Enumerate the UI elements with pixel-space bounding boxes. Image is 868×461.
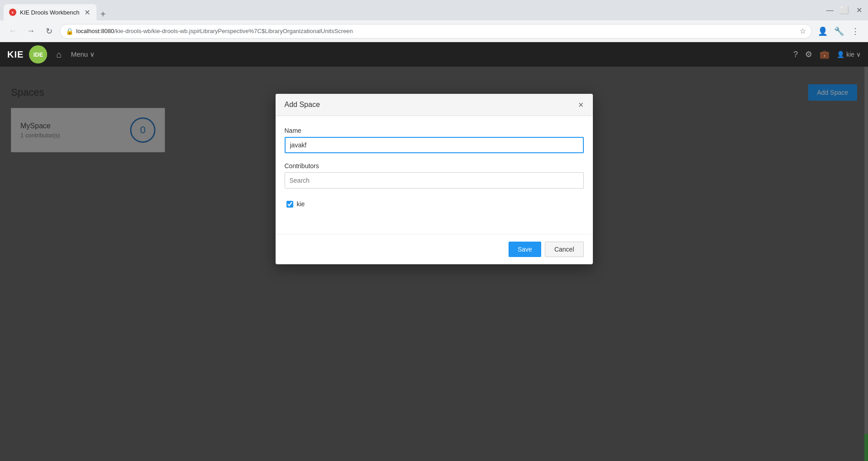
modal-header: Add Space × xyxy=(276,94,593,116)
contributors-list: kie xyxy=(285,194,584,214)
secure-icon: 🔒 xyxy=(66,28,73,35)
app-navbar: KIE IDE ⌂ Menu ∨ ? ⚙ 💼 👤 kie ∨ xyxy=(0,42,868,67)
briefcase-icon[interactable]: 💼 xyxy=(820,49,829,59)
minimize-button[interactable]: — xyxy=(824,5,835,16)
name-label: Name xyxy=(285,127,584,134)
modal-footer: Save Cancel xyxy=(276,234,593,264)
maximize-button[interactable]: ⬜ xyxy=(839,5,850,16)
modal-close-button[interactable]: × xyxy=(578,100,584,109)
modal-body: Name Contributors kie xyxy=(276,116,593,234)
modal-overlay: Add Space × Name Contributors xyxy=(0,67,868,461)
menu-button[interactable]: Menu ∨ xyxy=(71,50,95,58)
settings-icon[interactable]: ⚙ xyxy=(805,49,812,59)
contributor-name-kie: kie xyxy=(297,200,305,208)
window-controls: — ⬜ ✕ xyxy=(824,5,864,16)
ide-badge: IDE xyxy=(29,45,47,63)
toolbar-actions: 👤 🔧 ⋮ xyxy=(815,24,863,39)
contributor-item: kie xyxy=(285,198,584,210)
tab-title: KIE Drools Workbench xyxy=(20,9,79,16)
navbar-right: ? ⚙ 💼 👤 kie ∨ xyxy=(793,49,861,59)
url-path: /kie-drools-wb/kie-drools-wb.jsp#Library… xyxy=(114,28,353,34)
contributor-checkbox-kie[interactable] xyxy=(286,201,293,208)
back-button[interactable]: ← xyxy=(5,24,20,39)
tab-bar: k KIE Drools Workbench ✕ + xyxy=(4,0,823,20)
close-window-button[interactable]: ✕ xyxy=(853,5,864,16)
browser-toolbar: ← → ↻ 🔒 localhost:8080/kie-drools-wb/kie… xyxy=(0,20,868,42)
profile-icon[interactable]: 👤 xyxy=(815,24,830,39)
tab-close-button[interactable]: ✕ xyxy=(83,8,91,16)
browser-titlebar: k KIE Drools Workbench ✕ + — ⬜ ✕ xyxy=(0,0,868,20)
save-button[interactable]: Save xyxy=(509,242,541,257)
extensions-icon[interactable]: 🔧 xyxy=(832,24,846,39)
forward-button[interactable]: → xyxy=(24,24,38,39)
contributors-form-group: Contributors kie xyxy=(285,162,584,214)
browser-window: k KIE Drools Workbench ✕ + — ⬜ ✕ ← → ↻ 🔒… xyxy=(0,0,868,461)
home-icon[interactable]: ⌂ xyxy=(56,49,62,60)
svg-text:k: k xyxy=(12,11,14,14)
name-form-group: Name xyxy=(285,127,584,153)
user-avatar-icon: 👤 xyxy=(837,51,844,58)
new-tab-button[interactable]: + xyxy=(97,8,109,20)
modal-title: Add Space xyxy=(285,101,320,109)
user-menu[interactable]: 👤 kie ∨ xyxy=(837,51,861,58)
app-content: Spaces Spaces Add Space MySpace 1 contri… xyxy=(0,67,868,461)
tab-favicon: k xyxy=(9,9,16,16)
url-host: localhost:8080 xyxy=(76,28,114,34)
contributors-search-input[interactable] xyxy=(285,172,584,189)
name-input[interactable] xyxy=(285,137,584,153)
bookmark-icon[interactable]: ☆ xyxy=(800,27,806,35)
cancel-button[interactable]: Cancel xyxy=(545,242,584,257)
active-tab[interactable]: k KIE Drools Workbench ✕ xyxy=(4,4,97,20)
help-icon[interactable]: ? xyxy=(793,50,798,59)
app-wrapper: KIE IDE ⌂ Menu ∨ ? ⚙ 💼 👤 kie ∨ Spaces Sp xyxy=(0,42,868,461)
reload-button[interactable]: ↻ xyxy=(42,24,56,39)
more-menu-icon[interactable]: ⋮ xyxy=(848,24,863,39)
user-label: kie ∨ xyxy=(846,51,861,58)
address-bar[interactable]: 🔒 localhost:8080/kie-drools-wb/kie-drool… xyxy=(60,24,812,39)
kie-logo: KIE xyxy=(7,49,24,60)
url-display: localhost:8080/kie-drools-wb/kie-drools-… xyxy=(76,28,797,34)
add-space-modal: Add Space × Name Contributors xyxy=(276,94,593,264)
contributors-label: Contributors xyxy=(285,162,584,170)
